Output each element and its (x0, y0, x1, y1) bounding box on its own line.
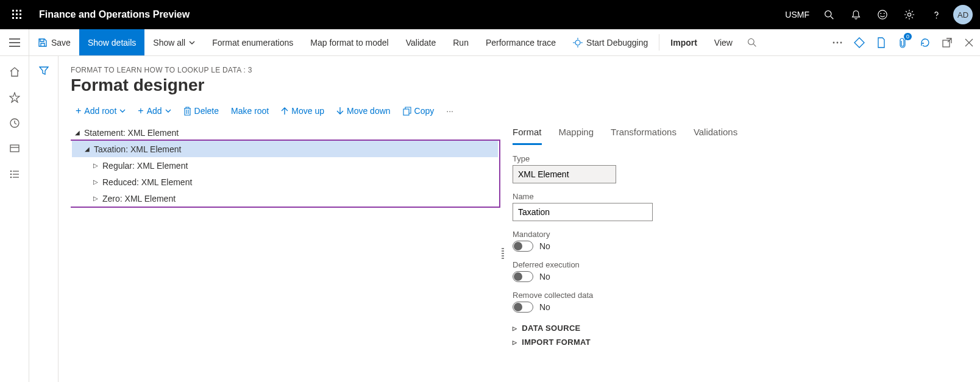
settings-button[interactable] (897, 0, 921, 29)
company-code[interactable]: USMF (785, 10, 809, 19)
add-root-button[interactable]: +Add root (71, 104, 130, 118)
delete-button[interactable]: Delete (179, 104, 224, 118)
svg-rect-1 (16, 10, 18, 12)
caret-right-icon: ▷ (91, 162, 100, 169)
save-button[interactable]: Save (29, 29, 79, 55)
favorites-button[interactable] (0, 85, 29, 110)
copy-button[interactable]: Copy (398, 104, 439, 118)
format-tree: ◢Statement: XML Element ◢Taxation: XML E… (71, 124, 500, 208)
expander-import-format[interactable]: ▷IMPORT FORMAT (513, 335, 965, 349)
trash-icon (183, 107, 191, 116)
start-debug-label: Start Debugging (586, 38, 648, 48)
hamburger-icon (9, 38, 20, 47)
run-button[interactable]: Run (444, 29, 477, 55)
import-label: Import (670, 38, 697, 48)
options-button[interactable] (848, 29, 870, 55)
tree-node-taxation[interactable]: ◢Taxation: XML Element (72, 141, 498, 157)
make-root-button[interactable]: Make root (226, 104, 274, 118)
move-up-label: Move up (291, 106, 324, 116)
svg-point-35 (10, 171, 12, 172)
name-input[interactable] (513, 203, 653, 221)
deferred-label: Deferred execution (513, 260, 965, 269)
run-label: Run (453, 38, 469, 48)
start-debugging-button[interactable]: Start Debugging (564, 29, 656, 55)
page-options-button[interactable] (870, 29, 892, 55)
chevron-down-icon (189, 41, 195, 44)
property-tabs: Format Mapping Transformations Validatio… (513, 124, 965, 146)
expander-datasource[interactable]: ▷DATA SOURCE (513, 321, 965, 335)
import-format-label: IMPORT FORMAT (522, 338, 591, 347)
svg-rect-8 (20, 17, 21, 19)
close-button[interactable] (958, 29, 980, 55)
pane-resize-handle[interactable] (500, 246, 505, 261)
import-button[interactable]: Import (662, 29, 706, 55)
caret-down-icon: ◢ (83, 146, 91, 152)
svg-line-25 (753, 44, 756, 46)
avatar[interactable]: AD (953, 5, 973, 24)
map-format-label: Map format to model (310, 38, 388, 48)
attachments-button[interactable]: 0 (892, 29, 914, 55)
workspaces-button[interactable] (0, 136, 29, 161)
notifications-button[interactable] (843, 0, 868, 29)
show-details-button[interactable]: Show details (79, 29, 144, 55)
workspace-icon (9, 143, 20, 154)
add-button[interactable]: +Add (133, 104, 176, 118)
tab-transformations[interactable]: Transformations (611, 124, 676, 145)
make-root-label: Make root (231, 106, 269, 116)
tab-mapping[interactable]: Mapping (559, 124, 594, 145)
mandatory-toggle[interactable] (513, 241, 533, 252)
help-button[interactable] (924, 0, 948, 29)
svg-rect-3 (12, 13, 14, 15)
show-all-button[interactable]: Show all (144, 29, 204, 55)
search-button[interactable] (817, 0, 841, 29)
more-button[interactable] (826, 29, 848, 55)
copy-icon (403, 107, 411, 116)
star-icon (9, 92, 20, 103)
tree-node-statement[interactable]: ◢Statement: XML Element (71, 124, 500, 141)
modules-button[interactable] (0, 162, 29, 186)
format-enum-label: Format enumerations (212, 38, 293, 48)
deferred-toggle[interactable] (513, 271, 533, 282)
tree-pane: ◢Statement: XML Element ◢Taxation: XML E… (71, 124, 500, 382)
mandatory-value: No (539, 241, 550, 251)
validate-button[interactable]: Validate (397, 29, 445, 55)
svg-rect-4 (16, 13, 18, 15)
home-icon (9, 66, 20, 77)
waffle-icon (12, 10, 22, 19)
svg-point-37 (10, 174, 12, 175)
map-format-button[interactable]: Map format to model (302, 29, 397, 55)
delete-label: Delete (194, 106, 219, 116)
toolbar-more[interactable]: ··· (441, 104, 458, 118)
funnel-icon (39, 66, 49, 76)
home-button[interactable] (0, 60, 29, 84)
svg-line-10 (831, 16, 833, 19)
feedback-button[interactable] (870, 0, 895, 29)
svg-point-14 (907, 13, 911, 16)
refresh-button[interactable] (914, 29, 936, 55)
app-launcher[interactable] (2, 0, 32, 29)
tree-node-zero[interactable]: ▷Zero: XML Element (72, 190, 498, 207)
nav-toggle[interactable] (0, 29, 29, 55)
tab-format[interactable]: Format (513, 124, 542, 145)
remove-toggle[interactable] (513, 302, 533, 313)
two-pane: ◢Statement: XML Element ◢Taxation: XML E… (71, 124, 965, 382)
move-down-label: Move down (347, 106, 391, 116)
name-label: Name (513, 192, 965, 201)
move-up-button[interactable]: Move up (276, 104, 329, 118)
type-input[interactable] (513, 165, 616, 183)
tree-node-regular[interactable]: ▷Regular: XML Element (72, 157, 498, 174)
find-button[interactable] (741, 29, 763, 55)
recent-button[interactable] (0, 111, 29, 135)
question-icon (931, 10, 942, 20)
view-button[interactable]: View (706, 29, 741, 55)
svg-point-15 (936, 17, 937, 18)
svg-point-12 (880, 13, 881, 14)
more-icon (833, 41, 842, 44)
performance-trace-button[interactable]: Performance trace (477, 29, 564, 55)
tree-node-reduced[interactable]: ▷Reduced: XML Element (72, 174, 498, 190)
move-down-button[interactable]: Move down (332, 104, 396, 118)
tab-validations[interactable]: Validations (694, 124, 737, 145)
popout-button[interactable] (936, 29, 958, 55)
filter-button[interactable] (29, 61, 58, 80)
format-enumerations-button[interactable]: Format enumerations (204, 29, 302, 55)
